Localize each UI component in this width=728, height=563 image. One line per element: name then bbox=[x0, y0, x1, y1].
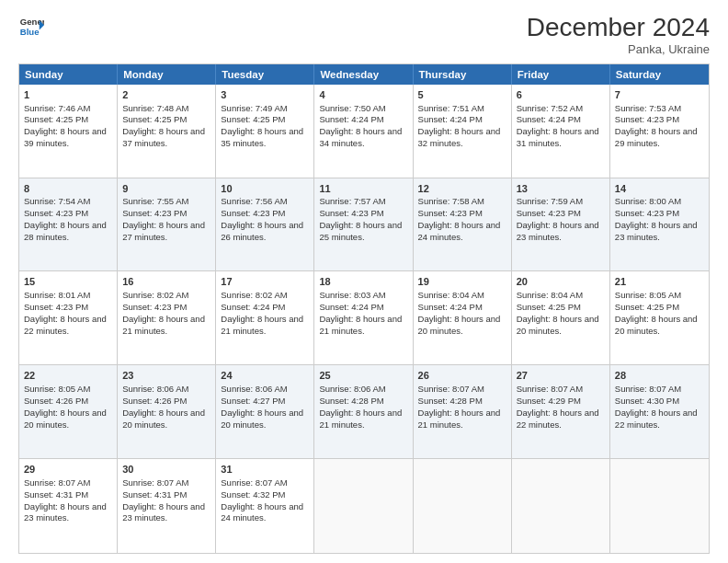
day-number: 17 bbox=[221, 275, 309, 289]
day-number: 27 bbox=[517, 369, 605, 383]
daylight-text: Daylight: 8 hours and 20 minutes. bbox=[221, 408, 303, 430]
daylight-text: Daylight: 8 hours and 31 minutes. bbox=[517, 126, 599, 148]
sunset-text: Sunset: 4:23 PM bbox=[24, 208, 88, 218]
cell-dec27: 27 Sunrise: 8:07 AM Sunset: 4:29 PM Dayl… bbox=[512, 365, 610, 458]
cell-dec5: 5 Sunrise: 7:51 AM Sunset: 4:24 PM Dayli… bbox=[414, 85, 512, 178]
day-number: 19 bbox=[418, 275, 506, 289]
svg-text:Blue: Blue bbox=[20, 27, 40, 37]
logo: General Blue bbox=[18, 14, 44, 40]
sunset-text: Sunset: 4:24 PM bbox=[418, 114, 483, 124]
sunrise-text: Sunrise: 8:06 AM bbox=[221, 384, 287, 394]
sunset-text: Sunset: 4:24 PM bbox=[418, 302, 483, 312]
cell-empty-2 bbox=[414, 459, 512, 553]
cell-dec25: 25 Sunrise: 8:06 AM Sunset: 4:28 PM Dayl… bbox=[314, 365, 413, 458]
week-5: 29 Sunrise: 8:07 AM Sunset: 4:31 PM Dayl… bbox=[19, 459, 709, 553]
sunset-text: Sunset: 4:23 PM bbox=[418, 208, 483, 218]
cell-dec7: 7 Sunrise: 7:53 AM Sunset: 4:23 PM Dayli… bbox=[610, 85, 709, 178]
sunset-text: Sunset: 4:24 PM bbox=[517, 114, 581, 124]
daylight-text: Daylight: 8 hours and 35 minutes. bbox=[221, 126, 303, 148]
day-number: 29 bbox=[24, 463, 112, 477]
day-number: 9 bbox=[122, 182, 210, 196]
sunrise-text: Sunrise: 8:07 AM bbox=[418, 384, 484, 394]
sunrise-text: Sunrise: 8:02 AM bbox=[221, 290, 287, 300]
cell-dec16: 16 Sunrise: 8:02 AM Sunset: 4:23 PM Dayl… bbox=[118, 271, 216, 364]
day-number: 26 bbox=[418, 369, 506, 383]
sunset-text: Sunset: 4:23 PM bbox=[221, 208, 285, 218]
day-number: 21 bbox=[615, 275, 704, 289]
sunset-text: Sunset: 4:32 PM bbox=[221, 489, 285, 500]
daylight-text: Daylight: 8 hours and 24 minutes. bbox=[221, 501, 303, 523]
cell-dec30: 30 Sunrise: 8:07 AM Sunset: 4:31 PM Dayl… bbox=[118, 459, 216, 553]
cell-dec15: 15 Sunrise: 8:01 AM Sunset: 4:23 PM Dayl… bbox=[19, 271, 118, 364]
header-thursday: Thursday bbox=[414, 64, 512, 85]
daylight-text: Daylight: 8 hours and 34 minutes. bbox=[319, 126, 402, 148]
sunset-text: Sunset: 4:25 PM bbox=[24, 114, 88, 124]
sunrise-text: Sunrise: 7:58 AM bbox=[418, 196, 484, 206]
daylight-text: Daylight: 8 hours and 24 minutes. bbox=[418, 220, 501, 242]
sunset-text: Sunset: 4:31 PM bbox=[122, 489, 187, 500]
cell-dec17: 17 Sunrise: 8:02 AM Sunset: 4:24 PM Dayl… bbox=[216, 271, 314, 364]
calendar-body: 1 Sunrise: 7:46 AM Sunset: 4:25 PM Dayli… bbox=[19, 85, 709, 553]
day-number: 14 bbox=[615, 182, 704, 196]
page-title: December 2024 bbox=[527, 14, 710, 42]
day-number: 15 bbox=[24, 275, 112, 289]
day-number: 25 bbox=[319, 369, 407, 383]
daylight-text: Daylight: 8 hours and 22 minutes. bbox=[615, 408, 698, 430]
daylight-text: Daylight: 8 hours and 23 minutes. bbox=[615, 220, 698, 242]
sunset-text: Sunset: 4:29 PM bbox=[517, 396, 581, 406]
sunset-text: Sunset: 4:28 PM bbox=[418, 396, 483, 406]
sunset-text: Sunset: 4:24 PM bbox=[319, 302, 383, 312]
day-number: 30 bbox=[122, 463, 210, 477]
sunset-text: Sunset: 4:23 PM bbox=[517, 208, 581, 218]
daylight-text: Daylight: 8 hours and 37 minutes. bbox=[122, 126, 205, 148]
day-number: 22 bbox=[24, 369, 112, 383]
daylight-text: Daylight: 8 hours and 21 minutes. bbox=[221, 314, 303, 336]
cell-dec20: 20 Sunrise: 8:04 AM Sunset: 4:25 PM Dayl… bbox=[512, 271, 610, 364]
cell-dec11: 11 Sunrise: 7:57 AM Sunset: 4:23 PM Dayl… bbox=[314, 178, 413, 271]
week-1: 1 Sunrise: 7:46 AM Sunset: 4:25 PM Dayli… bbox=[19, 85, 709, 178]
title-block: December 2024 Panka, Ukraine bbox=[527, 14, 710, 56]
day-number: 20 bbox=[517, 275, 605, 289]
sunrise-text: Sunrise: 7:48 AM bbox=[122, 103, 188, 113]
cell-dec1: 1 Sunrise: 7:46 AM Sunset: 4:25 PM Dayli… bbox=[19, 85, 118, 178]
cell-dec31: 31 Sunrise: 8:07 AM Sunset: 4:32 PM Dayl… bbox=[216, 459, 314, 553]
daylight-text: Daylight: 8 hours and 20 minutes. bbox=[418, 314, 501, 336]
sunset-text: Sunset: 4:23 PM bbox=[615, 114, 679, 124]
daylight-text: Daylight: 8 hours and 23 minutes. bbox=[24, 501, 107, 523]
daylight-text: Daylight: 8 hours and 28 minutes. bbox=[24, 220, 107, 242]
daylight-text: Daylight: 8 hours and 27 minutes. bbox=[122, 220, 205, 242]
cell-dec2: 2 Sunrise: 7:48 AM Sunset: 4:25 PM Dayli… bbox=[118, 85, 216, 178]
day-number: 24 bbox=[221, 369, 309, 383]
day-number: 6 bbox=[517, 88, 605, 102]
sunset-text: Sunset: 4:23 PM bbox=[319, 208, 383, 218]
sunset-text: Sunset: 4:25 PM bbox=[221, 114, 285, 124]
cell-empty-4 bbox=[610, 459, 709, 553]
cell-dec3: 3 Sunrise: 7:49 AM Sunset: 4:25 PM Dayli… bbox=[216, 85, 314, 178]
cell-dec22: 22 Sunrise: 8:05 AM Sunset: 4:26 PM Dayl… bbox=[19, 365, 118, 458]
sunrise-text: Sunrise: 7:54 AM bbox=[24, 196, 90, 206]
header-wednesday: Wednesday bbox=[314, 64, 413, 85]
calendar: Sunday Monday Tuesday Wednesday Thursday… bbox=[18, 63, 710, 554]
sunrise-text: Sunrise: 8:06 AM bbox=[319, 384, 385, 394]
sunrise-text: Sunrise: 8:07 AM bbox=[517, 384, 583, 394]
sunrise-text: Sunrise: 7:49 AM bbox=[221, 103, 287, 113]
page: General Blue December 2024 Panka, Ukrain… bbox=[0, 0, 728, 563]
day-number: 7 bbox=[615, 88, 704, 102]
sunrise-text: Sunrise: 7:59 AM bbox=[517, 196, 583, 206]
week-4: 22 Sunrise: 8:05 AM Sunset: 4:26 PM Dayl… bbox=[19, 365, 709, 459]
cell-dec14: 14 Sunrise: 8:00 AM Sunset: 4:23 PM Dayl… bbox=[610, 178, 709, 271]
sunrise-text: Sunrise: 8:04 AM bbox=[517, 290, 583, 300]
sunset-text: Sunset: 4:23 PM bbox=[122, 302, 187, 312]
cell-dec29: 29 Sunrise: 8:07 AM Sunset: 4:31 PM Dayl… bbox=[19, 459, 118, 553]
daylight-text: Daylight: 8 hours and 29 minutes. bbox=[615, 126, 698, 148]
daylight-text: Daylight: 8 hours and 23 minutes. bbox=[122, 501, 205, 523]
daylight-text: Daylight: 8 hours and 32 minutes. bbox=[418, 126, 501, 148]
cell-dec6: 6 Sunrise: 7:52 AM Sunset: 4:24 PM Dayli… bbox=[512, 85, 610, 178]
sunrise-text: Sunrise: 7:56 AM bbox=[221, 196, 287, 206]
week-3: 15 Sunrise: 8:01 AM Sunset: 4:23 PM Dayl… bbox=[19, 271, 709, 365]
sunrise-text: Sunrise: 8:05 AM bbox=[615, 290, 681, 300]
daylight-text: Daylight: 8 hours and 21 minutes. bbox=[319, 408, 402, 430]
cell-dec9: 9 Sunrise: 7:55 AM Sunset: 4:23 PM Dayli… bbox=[118, 178, 216, 271]
sunset-text: Sunset: 4:24 PM bbox=[319, 114, 383, 124]
day-number: 12 bbox=[418, 182, 506, 196]
